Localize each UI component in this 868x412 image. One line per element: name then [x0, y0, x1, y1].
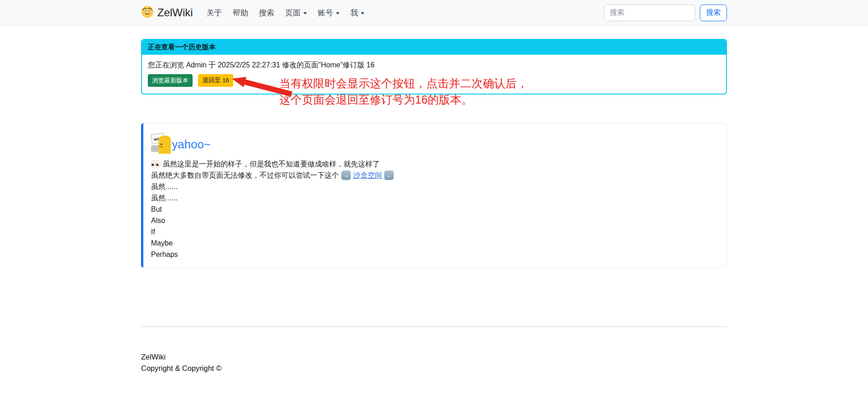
top-navbar: ZelWiki 关于 帮助 搜索 页面 账号 我 搜索: [0, 0, 868, 26]
search-input[interactable]: [604, 5, 695, 21]
article-line-text: 虽然绝大多数自带页面无法修改，不过你可以尝试一下这个: [151, 170, 339, 181]
view-latest-version-button[interactable]: 浏览最新版本: [148, 74, 193, 87]
nav-menu: 关于 帮助 搜索 页面 账号 我: [201, 4, 370, 22]
nav-item-about[interactable]: 关于: [201, 4, 227, 22]
article-card: wo yahoo~: [141, 123, 727, 268]
nav-item-label: 我: [350, 8, 358, 18]
article-line: 虽然......: [151, 181, 717, 192]
chevron-down-icon: [303, 12, 307, 14]
footer-copyright: Copyright & Copyright ©: [141, 363, 727, 374]
alert-title: 正在查看一个历史版本: [142, 40, 726, 55]
article-line-sandbox: 虽然绝大多数自带页面无法修改，不过你可以尝试一下这个 → 沙盒空间 ←: [151, 170, 717, 181]
smiley-logo-icon: [141, 5, 154, 20]
article-line-text: 虽然这里是一开始的样子，但是我也不知道要做成啥样，就先这样了: [163, 158, 380, 170]
annotation-note: 当有权限时会显示这个按钮，点击并二次确认后， 这个页面会退回至修订号为16的版本…: [279, 75, 528, 108]
main-container: 正在查看一个历史版本 您正在浏览 Admin 于 2025/2/25 22:27…: [141, 39, 727, 374]
nav-item-pages-dropdown[interactable]: 页面: [280, 4, 312, 22]
arrow-left-emoji-icon: ←: [384, 170, 394, 180]
nav-item-label: 关于: [207, 8, 222, 18]
cat-typing-sticker-icon: wo: [151, 133, 171, 156]
nav-item-account-dropdown[interactable]: 账号: [312, 4, 345, 22]
article-title-row: wo yahoo~: [151, 133, 717, 156]
brand-name: ZelWiki: [157, 6, 193, 19]
article-line: Maybe: [151, 237, 717, 249]
eyes-emoji-icon: [151, 160, 160, 168]
navbar-container: ZelWiki 关于 帮助 搜索 页面 账号 我 搜索: [141, 0, 727, 25]
page-footer: ZelWiki Copyright & Copyright ©: [141, 351, 727, 374]
nav-item-help[interactable]: 帮助: [227, 4, 254, 22]
annotation-line2: 这个页面会退回至修订号为16的版本。: [279, 91, 528, 108]
nav-item-label: 账号: [318, 8, 333, 18]
article-line: If: [151, 226, 717, 237]
alert-message: 您正在浏览 Admin 于 2025/2/25 22:27:31 修改的页面"H…: [148, 61, 720, 70]
arrow-right-emoji-icon: →: [341, 170, 351, 180]
chevron-down-icon: [336, 12, 340, 14]
article-title: yahoo~: [172, 137, 211, 152]
annotation-line1: 当有权限时会显示这个按钮，点击并二次确认后，: [279, 75, 528, 91]
site-brand[interactable]: ZelWiki: [141, 5, 193, 20]
footer-site-name: ZelWiki: [141, 351, 727, 363]
nav-item-label: 搜索: [259, 8, 274, 18]
sandbox-link[interactable]: 沙盒空间: [353, 170, 382, 181]
nav-item-label: 页面: [285, 8, 301, 18]
nav-item-search[interactable]: 搜索: [254, 4, 280, 22]
article-line: Perhaps: [151, 249, 717, 260]
footer-divider: [141, 327, 727, 327]
nav-item-label: 帮助: [233, 8, 248, 18]
article-line: Also: [151, 215, 717, 226]
article-line: 虽然......: [151, 192, 717, 204]
article-line: But: [151, 204, 717, 215]
article-line: 虽然这里是一开始的样子，但是我也不知道要做成啥样，就先这样了: [151, 158, 717, 170]
nav-item-me-dropdown[interactable]: 我: [345, 4, 370, 22]
search-button[interactable]: 搜索: [700, 5, 727, 21]
chevron-down-icon: [361, 12, 364, 14]
